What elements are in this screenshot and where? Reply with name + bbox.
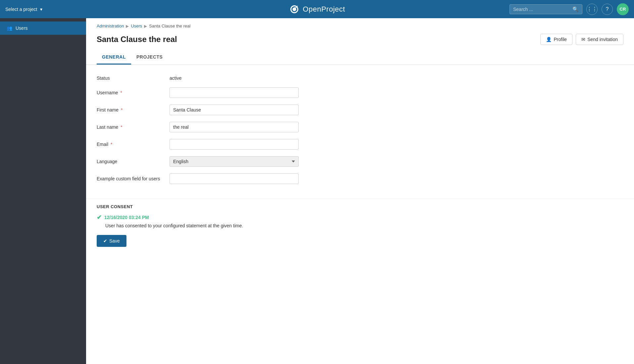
form-row-email: Email * [97, 139, 623, 150]
language-select[interactable]: English German French Spanish [170, 156, 299, 167]
layout: 👥 Users Administration ▶ Users ▶ Santa C… [0, 18, 634, 364]
tab-general[interactable]: GENERAL [97, 50, 131, 65]
consent-title: USER CONSENT [97, 204, 623, 209]
top-nav-right: 🔍 ⋮⋮ ? CR [510, 3, 629, 15]
sidebar-item-users[interactable]: 👥 Users [0, 22, 86, 35]
form-row-custom-field: Example custom field for users [97, 173, 623, 184]
breadcrumb-current: Santa Clause the real [149, 23, 190, 28]
breadcrumb-administration[interactable]: Administration [97, 23, 124, 28]
brand-logo-area: OpenProject [289, 4, 345, 15]
main-content: Administration ▶ Users ▶ Santa Clause th… [86, 18, 634, 364]
openproject-logo-icon [289, 4, 300, 15]
search-input[interactable] [513, 7, 570, 12]
grid-icon: ⋮⋮ [587, 6, 597, 12]
user-avatar[interactable]: CR [617, 3, 629, 15]
custom-field-label: Example custom field for users [97, 173, 163, 181]
form-section: Status active Username * First name * [86, 65, 634, 199]
username-input[interactable] [170, 87, 299, 98]
last-name-label: Last name * [97, 122, 163, 130]
breadcrumb: Administration ▶ Users ▶ Santa Clause th… [86, 18, 634, 31]
form-row-firstname: First name * [97, 105, 623, 115]
email-input[interactable] [170, 139, 299, 150]
language-select-wrapper: English German French Spanish [170, 156, 299, 167]
tab-projects[interactable]: PROJECTS [131, 50, 168, 65]
page-header: Santa Clause the real 👤 Profile ✉ Send i… [86, 31, 634, 50]
breadcrumb-sep-2: ▶ [144, 24, 147, 28]
envelope-icon: ✉ [581, 37, 585, 42]
form-row-username: Username * [97, 87, 623, 98]
firstname-required-star: * [121, 107, 122, 113]
top-nav: Select a project ▾ OpenProject 🔍 ⋮⋮ ? CR [0, 0, 634, 18]
help-button[interactable]: ? [602, 4, 613, 15]
username-label: Username * [97, 87, 163, 95]
lastname-required-star: * [121, 124, 122, 130]
last-name-input[interactable] [170, 122, 299, 132]
form-row-lastname: Last name * [97, 122, 623, 132]
consent-section: USER CONSENT ✔ 12/16/2020 03:24 PM User … [86, 199, 634, 255]
form-row-language: Language English German French Spanish [97, 156, 623, 167]
status-value: active [170, 73, 182, 81]
custom-field-input[interactable] [170, 173, 299, 184]
brand-name: OpenProject [303, 5, 345, 14]
email-required-star: * [111, 142, 112, 147]
project-selector[interactable]: Select a project ▾ [5, 7, 42, 12]
send-invitation-button[interactable]: ✉ Send invitation [576, 34, 623, 45]
username-required-star: * [120, 90, 122, 95]
consent-message: User has consented to your configured st… [105, 223, 623, 228]
sidebar: 👥 Users [0, 18, 86, 364]
save-check-icon: ✔ [103, 238, 107, 244]
search-box[interactable]: 🔍 [510, 4, 582, 14]
form-row-status: Status active [97, 73, 623, 81]
email-label: Email * [97, 139, 163, 147]
search-icon: 🔍 [572, 6, 579, 12]
consent-date: ✔ 12/16/2020 03:24 PM [97, 214, 623, 221]
breadcrumb-users[interactable]: Users [131, 23, 142, 28]
tabs: GENERAL PROJECTS [86, 50, 634, 65]
help-icon: ? [606, 6, 609, 12]
profile-button[interactable]: 👤 Profile [540, 34, 572, 45]
page-title: Santa Clause the real [97, 35, 177, 44]
save-button[interactable]: ✔ Save [97, 235, 126, 247]
chevron-down-icon: ▾ [40, 7, 42, 12]
header-actions: 👤 Profile ✉ Send invitation [540, 34, 623, 45]
breadcrumb-sep-1: ▶ [126, 24, 129, 28]
grid-icon-button[interactable]: ⋮⋮ [586, 4, 598, 15]
sidebar-item-label: Users [16, 25, 28, 31]
check-icon: ✔ [97, 214, 102, 221]
users-icon: 👥 [7, 25, 12, 31]
first-name-label: First name * [97, 105, 163, 113]
status-label: Status [97, 73, 163, 81]
profile-icon: 👤 [546, 37, 552, 42]
project-selector-label: Select a project [5, 7, 37, 12]
first-name-input[interactable] [170, 105, 299, 115]
language-label: Language [97, 156, 163, 164]
